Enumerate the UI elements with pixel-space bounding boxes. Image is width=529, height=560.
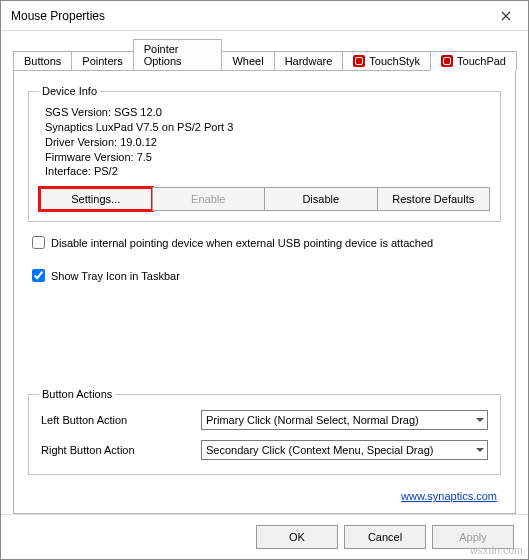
devinfo-line: Driver Version: 19.0.12 xyxy=(45,135,490,150)
device-info-legend: Device Info xyxy=(39,85,100,97)
cancel-button[interactable]: Cancel xyxy=(344,525,426,549)
tab-wheel[interactable]: Wheel xyxy=(221,51,274,70)
tab-pointer-options[interactable]: Pointer Options xyxy=(133,39,223,70)
tab-panel-touchpad: Device Info SGS Version: SGS 12.0 Synapt… xyxy=(13,70,516,514)
dialog-content: Buttons Pointers Pointer Options Wheel H… xyxy=(1,31,528,514)
window-title: Mouse Properties xyxy=(11,9,105,23)
left-button-select-wrap xyxy=(201,410,488,430)
device-buttons-row: Settings... Enable Disable Restore Defau… xyxy=(39,187,490,211)
device-info-text: SGS Version: SGS 12.0 Synaptics LuxPad V… xyxy=(39,103,490,181)
disable-internal-label: Disable internal pointing device when ex… xyxy=(51,237,433,249)
close-button[interactable] xyxy=(484,1,528,31)
tray-icon-label: Show Tray Icon in Taskbar xyxy=(51,270,180,282)
right-button-select[interactable] xyxy=(201,440,488,460)
close-icon xyxy=(501,11,511,21)
mouse-properties-window: Mouse Properties Buttons Pointers Pointe… xyxy=(0,0,529,560)
settings-button[interactable]: Settings... xyxy=(39,187,153,211)
tab-buttons[interactable]: Buttons xyxy=(13,51,72,70)
restore-defaults-button[interactable]: Restore Defaults xyxy=(377,187,491,211)
synaptics-icon xyxy=(353,55,365,67)
ok-button[interactable]: OK xyxy=(256,525,338,549)
watermark: wsxdn.com xyxy=(470,545,523,556)
right-button-select-wrap xyxy=(201,440,488,460)
title-bar: Mouse Properties xyxy=(1,1,528,31)
tab-hardware[interactable]: Hardware xyxy=(274,51,344,70)
tab-pointers[interactable]: Pointers xyxy=(71,51,133,70)
synaptics-link[interactable]: www.synaptics.com xyxy=(401,490,497,502)
tab-touchpad[interactable]: TouchPad xyxy=(430,51,517,71)
device-info-group: Device Info SGS Version: SGS 12.0 Synapt… xyxy=(28,85,501,222)
right-button-label: Right Button Action xyxy=(41,444,191,456)
spacer xyxy=(28,296,501,380)
link-row: www.synaptics.com xyxy=(28,483,501,503)
tab-strip: Buttons Pointers Pointer Options Wheel H… xyxy=(13,39,516,70)
disable-button[interactable]: Disable xyxy=(264,187,378,211)
enable-button[interactable]: Enable xyxy=(152,187,266,211)
tab-touchstyk[interactable]: TouchStyk xyxy=(342,51,431,70)
synaptics-icon xyxy=(441,55,453,67)
disable-internal-checkbox[interactable] xyxy=(32,236,45,249)
devinfo-line: SGS Version: SGS 12.0 xyxy=(45,105,490,120)
devinfo-line: Firmware Version: 7.5 xyxy=(45,150,490,165)
button-actions-legend: Button Actions xyxy=(39,388,115,400)
left-button-label: Left Button Action xyxy=(41,414,191,426)
devinfo-line: Interface: PS/2 xyxy=(45,164,490,179)
tray-icon-row: Show Tray Icon in Taskbar xyxy=(32,269,497,282)
button-actions-grid: Left Button Action Right Button Action xyxy=(39,406,490,464)
left-button-select[interactable] xyxy=(201,410,488,430)
tray-icon-checkbox[interactable] xyxy=(32,269,45,282)
disable-internal-row: Disable internal pointing device when ex… xyxy=(32,236,497,249)
button-actions-group: Button Actions Left Button Action Right … xyxy=(28,388,501,475)
dialog-footer: OK Cancel Apply xyxy=(1,514,528,559)
devinfo-line: Synaptics LuxPad V7.5 on PS/2 Port 3 xyxy=(45,120,490,135)
